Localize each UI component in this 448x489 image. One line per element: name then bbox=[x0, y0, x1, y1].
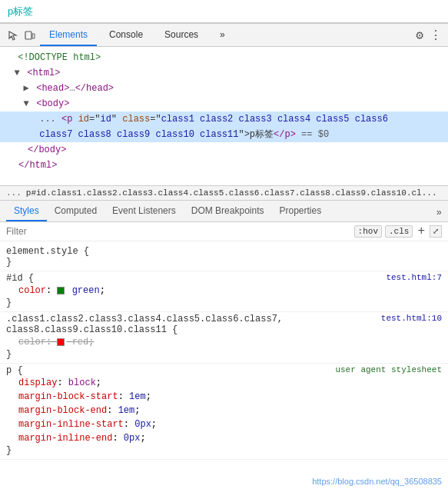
css-selector-element-style: element.style { bbox=[6, 246, 442, 257]
css-prop-p-margin-block-start: margin-block-start: 1em; bbox=[6, 390, 442, 404]
styles-tabs: Styles Computed Event Listeners DOM Brea… bbox=[0, 201, 448, 222]
css-prop-classes-color: color: red; bbox=[6, 335, 442, 349]
tab-elements[interactable]: Elements bbox=[40, 24, 97, 46]
css-rule-id: #id { test.html:7 color: green; } bbox=[0, 271, 448, 312]
more-icon[interactable]: ⋮ bbox=[430, 28, 442, 43]
html-line-html-close: </html> bbox=[0, 158, 448, 173]
inspect-icon[interactable] bbox=[6, 28, 20, 42]
css-prop-p-margin-block-end: margin-block-end: 1em; bbox=[6, 404, 442, 417]
color-swatch-green bbox=[57, 287, 65, 294]
selector-text: p#id.class1.class2.class3.class4.class5.… bbox=[26, 188, 437, 198]
tab-computed[interactable]: Computed bbox=[47, 201, 105, 221]
css-selector-p-row: p { user agent stylesheet bbox=[6, 365, 442, 376]
styles-tabs-right: » bbox=[436, 208, 442, 221]
settings-icon[interactable]: ⚙ bbox=[416, 28, 423, 43]
tab-console[interactable]: Console bbox=[100, 24, 152, 46]
svg-rect-1 bbox=[25, 32, 32, 39]
css-rules: element.style { } #id { test.html:7 colo… bbox=[0, 241, 448, 489]
html-line-p-selected[interactable]: ... <p id="id" class="class1 class2 clas… bbox=[0, 111, 448, 127]
svg-rect-2 bbox=[32, 34, 35, 38]
css-close-element-style: } bbox=[6, 257, 442, 268]
css-close-classes: } bbox=[6, 349, 442, 360]
tab-more[interactable]: » bbox=[211, 24, 234, 46]
css-prop-p-margin-inline-start: margin-inline-start: 0px; bbox=[6, 417, 442, 431]
toolbar-right: ⚙ ⋮ bbox=[416, 28, 442, 43]
cls-button[interactable]: .cls bbox=[385, 225, 413, 238]
selector-bar: ... p#id.class1.class2.class3.class4.cla… bbox=[0, 185, 448, 201]
css-selector-id-row: #id { test.html:7 bbox=[6, 273, 442, 284]
selector-dots: ... bbox=[6, 188, 22, 198]
device-icon[interactable] bbox=[23, 28, 37, 42]
html-line-html: ▼ <html> bbox=[0, 65, 448, 81]
html-line-p-selected-cont[interactable]: class7 class8 class9 class10 class11">p标… bbox=[0, 127, 448, 142]
css-prop-p-margin-inline-end: margin-inline-end: 0px; bbox=[6, 431, 442, 445]
css-prop-id-color: color: green; bbox=[6, 284, 442, 298]
tab-sources[interactable]: Sources bbox=[155, 24, 207, 46]
tab-styles[interactable]: Styles bbox=[6, 201, 47, 221]
css-file-p: user agent stylesheet bbox=[335, 365, 442, 374]
color-swatch-red bbox=[57, 338, 65, 346]
css-rule-p: p { user agent stylesheet display: block… bbox=[0, 364, 448, 460]
filter-buttons: :hov .cls + ⤢ bbox=[354, 225, 442, 238]
css-close-p: } bbox=[6, 445, 442, 456]
tab-dom-breakpoints[interactable]: DOM Breakpoints bbox=[184, 201, 272, 221]
webpage-area: p标签 bbox=[0, 0, 448, 23]
css-selector-classes-row2: class8.class9.class10.class11 { bbox=[6, 324, 442, 335]
plus-button[interactable]: + bbox=[416, 225, 426, 238]
css-file-classes[interactable]: test.html:10 bbox=[381, 314, 442, 323]
tab-properties[interactable]: Properties bbox=[271, 201, 329, 221]
webpage-title: p标签 bbox=[8, 5, 33, 18]
filter-input[interactable] bbox=[6, 226, 348, 237]
watermark: https://blog.csdn.net/qq_36508835 bbox=[312, 477, 442, 486]
html-line-body-close: </body> bbox=[0, 142, 448, 158]
css-prop-p-display: display: block; bbox=[6, 376, 442, 390]
html-tree: <!DOCTYPE html> ▼ <html> ▶ <head>…</head… bbox=[0, 47, 448, 185]
css-close-id: } bbox=[6, 298, 442, 308]
css-rule-classes: .class1.class2.class3.class4.class5.clas… bbox=[0, 312, 448, 364]
elements-panel: <!DOCTYPE html> ▼ <html> ▶ <head>…</head… bbox=[0, 47, 448, 489]
devtools-toolbar: Elements Console Sources » ⚙ ⋮ bbox=[0, 24, 448, 47]
hov-button[interactable]: :hov bbox=[354, 225, 382, 238]
html-line-body: ▼ <body> bbox=[0, 96, 448, 111]
expand-button[interactable]: ⤢ bbox=[430, 225, 442, 238]
tab-event-listeners[interactable]: Event Listeners bbox=[105, 201, 184, 221]
css-selector-classes-row: .class1.class2.class3.class4.class5.clas… bbox=[6, 314, 442, 324]
css-rule-element-style: element.style { } bbox=[0, 244, 448, 271]
css-file-id[interactable]: test.html:7 bbox=[386, 273, 442, 282]
html-line-head: ▶ <head>…</head> bbox=[0, 81, 448, 96]
html-line-doctype: <!DOCTYPE html> bbox=[0, 50, 448, 65]
filter-bar: :hov .cls + ⤢ bbox=[0, 222, 448, 241]
devtools-panel: Elements Console Sources » ⚙ ⋮ <!DOCTYPE… bbox=[0, 23, 448, 489]
more-tabs-icon[interactable]: » bbox=[436, 208, 442, 218]
svg-marker-0 bbox=[9, 32, 16, 40]
